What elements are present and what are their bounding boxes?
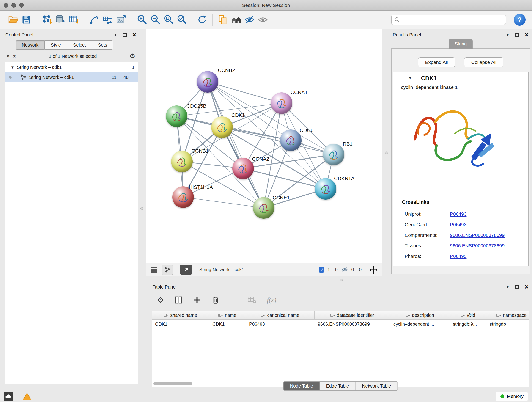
table-cell[interactable]: P06493 <box>246 322 315 327</box>
network-node-CCNE1[interactable] <box>253 197 274 219</box>
move-crosshair-icon[interactable] <box>369 266 378 274</box>
new-network-button[interactable] <box>88 13 101 26</box>
network-edge[interactable] <box>208 82 282 103</box>
table-cell[interactable]: 9606.ENSP00000378699 <box>315 322 390 327</box>
crosslink-link[interactable]: P06493 <box>450 222 467 227</box>
close-panel-icon[interactable]: ✕ <box>525 32 529 38</box>
delete-column-trash-icon[interactable] <box>211 296 220 304</box>
new-network-from-table-button[interactable] <box>101 13 114 26</box>
maximize-window-button[interactable] <box>19 3 24 7</box>
import-network-from-file-button[interactable] <box>41 13 54 26</box>
crosslink-link[interactable]: 9606.ENSP00000378699 <box>450 243 505 249</box>
crosslink-link[interactable]: P06493 <box>450 254 467 259</box>
crosslink-link[interactable]: 9606.ENSP00000378699 <box>450 232 505 238</box>
warning-icon[interactable] <box>22 392 32 401</box>
collapse-panel-icon[interactable]: ▼ <box>506 33 510 37</box>
tab-node-table[interactable]: Node Table <box>283 381 320 390</box>
help-button[interactable]: ? <box>514 14 526 26</box>
float-panel-icon[interactable] <box>515 33 519 37</box>
import-network-from-database-button[interactable] <box>54 13 67 26</box>
table-cell[interactable]: CDK1 <box>152 322 209 327</box>
column-header-canonical-name[interactable]: canonical name <box>246 311 315 319</box>
export-image-button[interactable] <box>114 13 128 26</box>
bottom-splitter-handle[interactable] <box>340 279 342 281</box>
network-row[interactable]: String Network – cdk1 11 48 <box>5 72 138 82</box>
left-splitter-handle[interactable] <box>140 207 143 210</box>
gear-icon[interactable]: ⚙ <box>129 53 135 59</box>
minimize-window-button[interactable] <box>12 3 16 7</box>
crosslink-link[interactable]: P06493 <box>450 211 467 217</box>
search-input[interactable] <box>402 17 503 22</box>
tab-select[interactable]: Select <box>67 40 92 50</box>
tab-style[interactable]: Style <box>45 40 67 50</box>
table-row[interactable]: CDK1CDK1P064939606.ENSP00000378699cyclin… <box>152 320 529 328</box>
close-panel-icon[interactable]: ✕ <box>525 284 529 290</box>
open-session-button[interactable] <box>6 13 20 26</box>
selected-checkbox-icon[interactable] <box>319 267 324 273</box>
network-edge[interactable] <box>208 82 264 208</box>
collapse-panel-icon[interactable]: ▼ <box>114 33 117 37</box>
right-splitter-handle[interactable] <box>385 151 388 154</box>
tab-edge-table[interactable]: Edge Table <box>320 381 355 390</box>
table-cell[interactable]: CDK1 <box>209 322 246 327</box>
column-header-description[interactable]: description <box>390 311 450 319</box>
open-in-browser-button[interactable] <box>180 265 192 274</box>
expand-all-icon[interactable]: « <box>12 55 17 57</box>
network-node-RB1[interactable] <box>323 144 344 165</box>
network-share-toggle[interactable] <box>162 265 173 275</box>
tab-network[interactable]: Network <box>16 40 45 50</box>
network-node-CCNB2[interactable] <box>197 71 218 93</box>
section-caret-icon[interactable]: ▼ <box>408 76 412 80</box>
network-collection-row[interactable]: ▼ String Network – cdk1 1 <box>5 62 138 72</box>
birds-eye-grid-icon[interactable] <box>150 266 158 274</box>
zoom-fit-button[interactable] <box>162 13 175 26</box>
tab-network-table[interactable]: Network Table <box>355 381 398 390</box>
close-panel-icon[interactable]: ✕ <box>132 32 137 38</box>
close-window-button[interactable] <box>4 3 8 7</box>
table-cell[interactable]: stringdb:9... <box>450 322 486 327</box>
network-node-CDKN1A[interactable] <box>315 178 336 200</box>
column-header-name[interactable]: name <box>209 311 246 319</box>
column-header-database-identifier[interactable]: database identifier <box>315 311 390 319</box>
column-header-shared-name[interactable]: shared name <box>152 311 209 319</box>
network-node-CCNA1[interactable] <box>271 92 292 114</box>
show-columns-icon[interactable] <box>174 296 183 304</box>
zoom-selected-button[interactable] <box>175 13 189 26</box>
import-table-from-file-button[interactable] <box>67 13 80 26</box>
zoom-in-button[interactable] <box>135 13 149 26</box>
network-node-CDK1[interactable] <box>211 116 233 138</box>
show-all-button[interactable] <box>256 13 269 26</box>
network-edge[interactable] <box>183 197 264 208</box>
network-arrows-icon <box>89 14 100 25</box>
column-header-namespace[interactable]: namespace <box>486 311 529 319</box>
collapse-all-button[interactable]: Collapse All <box>464 57 504 67</box>
memory-button[interactable]: Memory <box>496 392 528 401</box>
annotation-copy-button[interactable] <box>216 13 230 26</box>
toolbar-separator <box>212 13 213 26</box>
save-session-button[interactable] <box>20 13 33 26</box>
table-cell[interactable]: stringdb <box>486 322 529 327</box>
add-column-plus-icon[interactable] <box>193 296 201 304</box>
table-cell[interactable]: cyclin–dependent ... <box>390 322 450 327</box>
column-header-@id[interactable]: @id <box>450 311 486 319</box>
table-settings-gear-icon[interactable]: ⚙ <box>157 296 164 304</box>
expand-all-button[interactable]: Expand All <box>418 57 455 67</box>
network-view[interactable]: CCNB2 CCNA1 CDC25B CDK1 CDC6 RB1 CCNB1 C… <box>146 29 382 263</box>
zoom-out-button[interactable] <box>149 13 162 26</box>
collapse-all-icon[interactable]: » <box>6 55 11 57</box>
cloud-button[interactable] <box>4 392 13 401</box>
tab-string[interactable]: String <box>449 39 473 49</box>
collapse-panel-icon[interactable]: ▼ <box>506 285 510 289</box>
horizontal-scrollbar[interactable] <box>153 382 192 385</box>
float-panel-icon[interactable] <box>123 33 127 37</box>
apply-layout-button[interactable] <box>196 13 209 26</box>
network-node-CCNB1[interactable] <box>171 151 193 172</box>
home-button[interactable] <box>230 13 243 26</box>
hide-selected-button[interactable] <box>243 13 256 26</box>
float-panel-icon[interactable] <box>515 285 519 289</box>
network-node-CCNA2[interactable] <box>232 158 254 179</box>
tab-sets[interactable]: Sets <box>92 40 113 50</box>
tree-caret-icon[interactable]: ▼ <box>11 65 14 69</box>
network-node-CDC25B[interactable] <box>166 105 187 127</box>
network-node-CDC6[interactable] <box>280 129 302 151</box>
